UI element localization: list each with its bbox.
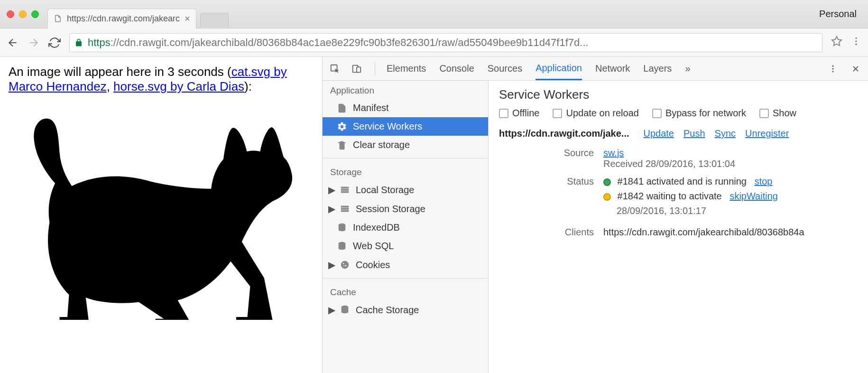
panel-title: Service Workers [499,87,858,102]
tab-layers[interactable]: Layers [643,57,672,80]
section-storage: Storage [323,162,488,180]
table-icon [340,185,350,195]
svg-marker-0 [832,37,841,46]
menu-button[interactable] [851,36,861,49]
sw-registration-header: https://cdn.rawgit.com/jake... Update Pu… [499,128,858,139]
sidebar-item-label: Cookies [356,260,390,270]
tab-elements[interactable]: Elements [387,57,426,80]
devtools-menu-icon[interactable] [826,62,840,75]
svg-rect-10 [341,187,349,189]
expand-icon[interactable]: ▶ [328,259,334,270]
checkbox-show-all[interactable]: Show [759,108,796,119]
tab-sources[interactable]: Sources [488,57,522,80]
application-sidebar: Application Manifest Service Workers Cle… [323,81,489,373]
sidebar-item-websql[interactable]: Web SQL [323,237,488,255]
source-received: Received 28/09/2016, 13:01:04 [603,159,735,169]
sidebar-item-clear-storage[interactable]: Clear storage [323,136,488,154]
sidebar-item-service-workers[interactable]: Service Workers [323,117,488,136]
link-horse-svg[interactable]: horse.svg by Carla Dias [113,79,244,93]
inspect-element-icon[interactable] [328,62,342,75]
forward-button[interactable] [28,37,40,49]
minimize-window-button[interactable] [19,10,27,18]
checkbox-offline[interactable]: Offline [499,108,539,119]
browser-chrome: https://cdn.rawgit.com/jakearc × Persona… [0,0,868,57]
rendered-page: An image will appear here in 3 seconds (… [0,57,323,373]
sw-origin: https://cdn.rawgit.com/jake... [499,128,629,139]
sidebar-item-label: Manifest [353,103,389,113]
action-skipwaiting[interactable]: skipWaiting [729,191,778,201]
window-controls [7,10,39,18]
cookie-icon [340,260,350,270]
svg-point-19 [343,263,344,264]
new-tab-button[interactable] [200,13,229,27]
separator [375,62,375,75]
svg-point-3 [855,44,857,46]
action-sync[interactable]: Sync [715,128,736,139]
url-text: https://cdn.rawgit.com/jakearchibald/803… [88,37,589,49]
expand-icon[interactable]: ▶ [328,304,334,316]
table-icon [340,204,350,214]
value-status: #1841 activated and is running stop #184… [603,176,858,220]
service-workers-panel: Service Workers Offline Update on reload… [489,81,868,373]
profile-label[interactable]: Personal [819,9,861,19]
sidebar-item-label: Cache Storage [356,305,419,316]
sidebar-item-manifest[interactable]: Manifest [323,99,488,117]
browser-toolbar: https://cdn.rawgit.com/jakearchibald/803… [0,28,868,57]
action-update[interactable]: Update [644,128,674,139]
svg-point-21 [343,266,344,267]
browser-tab[interactable]: https://cdn.rawgit.com/jakearc × [47,9,196,28]
reload-button[interactable] [48,37,61,49]
section-application: Application [323,81,488,99]
close-window-button[interactable] [7,10,14,18]
tabs-overflow[interactable]: » [685,57,690,80]
source-file-link[interactable]: sw.js [603,148,624,158]
expand-icon[interactable]: ▶ [328,203,334,214]
status-2-time: 28/09/2016, 13:01:17 [603,205,858,216]
checkbox-update-on-reload[interactable]: Update on reload [553,108,638,119]
sidebar-item-cache-storage[interactable]: ▶ Cache Storage [323,300,488,319]
tab-application[interactable]: Application [536,57,582,80]
bookmark-star-icon[interactable] [831,36,842,49]
value-source: sw.js Received 28/09/2016, 13:01:04 [603,148,858,169]
tab-network[interactable]: Network [595,57,630,80]
sidebar-item-label: Clear storage [353,140,410,150]
svg-point-1 [855,37,857,39]
back-button[interactable] [7,37,19,49]
devtools-tabbar: Elements Console Sources Application Net… [323,57,868,81]
status-dot-active-icon [603,178,611,186]
device-toggle-icon[interactable] [350,62,363,75]
svg-rect-14 [341,208,349,210]
svg-rect-12 [341,191,349,193]
value-clients: https://cdn.rawgit.com/jakearchibald/803… [603,227,858,238]
sidebar-item-indexeddb[interactable]: IndexedDB [323,218,488,237]
action-unregister[interactable]: Unregister [745,128,789,139]
sidebar-item-label: Local Storage [356,185,414,196]
gear-icon [337,121,347,132]
maximize-window-button[interactable] [31,10,39,18]
action-stop[interactable]: stop [755,176,773,186]
sidebar-item-session-storage[interactable]: ▶ Session Storage [323,199,488,218]
sidebar-item-label: Session Storage [356,204,425,214]
checkbox-bypass-for-network[interactable]: Bypass for network [652,108,746,119]
address-bar[interactable]: https://cdn.rawgit.com/jakearchibald/803… [69,33,822,52]
sidebar-item-cookies[interactable]: ▶ Cookies [323,255,488,274]
svg-rect-6 [357,67,360,72]
svg-point-20 [345,265,346,266]
status-1-text: #1841 activated and is running [618,176,747,186]
devtools: Elements Console Sources Application Net… [323,57,868,373]
expand-icon[interactable]: ▶ [328,184,334,196]
tab-close-button[interactable]: × [185,13,190,24]
tab-console[interactable]: Console [439,57,474,80]
database-icon [340,305,350,315]
sidebar-item-local-storage[interactable]: ▶ Local Storage [323,180,488,199]
lock-icon [74,38,83,47]
devtools-body: Application Manifest Service Workers Cle… [323,81,868,373]
status-2-text: #1842 waiting to activate [618,191,722,201]
svg-point-9 [832,71,833,72]
devtools-tabs: Elements Console Sources Application Net… [387,57,691,80]
sw-actions: Update Push Sync Unregister [644,128,789,139]
sidebar-item-label: Service Workers [353,121,422,132]
action-push[interactable]: Push [683,128,705,139]
devtools-close-icon[interactable] [849,62,862,75]
svg-point-7 [832,65,833,66]
